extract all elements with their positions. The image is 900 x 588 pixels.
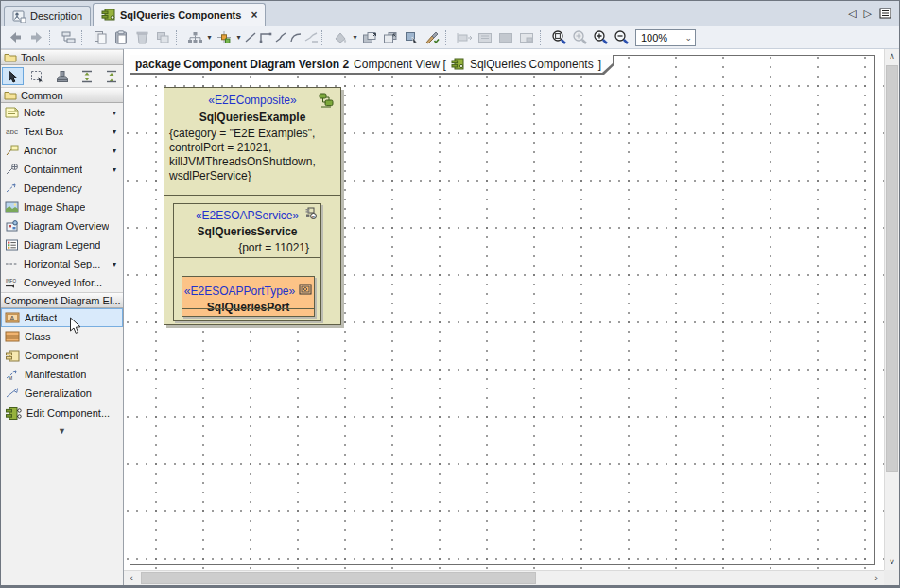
dropdown-arrow-icon[interactable]: ▾	[112, 128, 119, 136]
palette-expand-button[interactable]: ▼	[1, 424, 123, 436]
palette-item-containment[interactable]: Containment ▾	[1, 160, 123, 179]
item-label: Diagram Overview	[24, 220, 109, 232]
delete-with-descendants-button[interactable]	[152, 28, 173, 47]
containment-tree-button[interactable]	[58, 28, 78, 47]
delete-button[interactable]	[131, 28, 152, 47]
scroll-right-icon[interactable]: ›	[869, 571, 884, 585]
quick-layout-button[interactable]	[214, 28, 234, 47]
composite-name: SqlQueriesExample	[164, 111, 340, 125]
quick-layout-dropdown-icon[interactable]: ▾	[234, 33, 243, 42]
close-tab-icon[interactable]: ×	[251, 10, 257, 20]
copy-button[interactable]	[90, 28, 111, 47]
palette-section-tools[interactable]: Tools	[1, 49, 123, 65]
dropdown-arrow-icon[interactable]: ▾	[112, 109, 119, 117]
item-label: Conveyed Infor...	[24, 277, 102, 288]
svg-text:A: A	[10, 315, 15, 321]
item-label: Component	[25, 350, 78, 361]
select-related-button[interactable]	[401, 28, 422, 47]
dropdown-arrow-icon[interactable]: ▾	[112, 165, 119, 174]
port-type-shape[interactable]: «E2ESOAPPortType» SqlQueriesPort	[182, 276, 315, 317]
tab-list-button[interactable]	[879, 8, 891, 19]
component-diagram-icon	[451, 58, 465, 70]
zoom-in-button[interactable]	[590, 28, 611, 47]
tab-sqlqueries-components[interactable]: SqlQueries Components ×	[93, 3, 266, 26]
zoom-level-combobox[interactable]: 100% ⌄	[635, 29, 696, 46]
layout-dropdown-icon[interactable]: ▾	[205, 33, 214, 42]
style-dropdown-icon[interactable]: ▾	[351, 33, 359, 42]
dropdown-arrow-icon[interactable]: ▾	[112, 260, 119, 268]
scrollbar-corner	[884, 570, 899, 585]
to-back-button[interactable]	[380, 28, 401, 47]
layout-button[interactable]	[184, 28, 205, 47]
zoom-out-button[interactable]	[611, 28, 632, 47]
horizontal-scrollbar[interactable]: ‹ ›	[124, 570, 884, 585]
palette-item-text-box[interactable]: abc Text Box ▾	[1, 122, 123, 141]
same-height-button[interactable]	[516, 28, 537, 47]
class-icon	[5, 331, 20, 342]
palette-item-generalization[interactable]: Generalization	[1, 384, 123, 403]
palette-item-diagram-overview[interactable]: Diagram Overview	[1, 216, 123, 235]
stamp-tool-button[interactable]	[51, 67, 73, 85]
palette-item-component[interactable]: Component	[1, 346, 123, 365]
palette-section-component-diagram[interactable]: Component Diagram El...	[1, 292, 123, 308]
prev-tab-button[interactable]: ◁	[848, 9, 856, 19]
scroll-up-icon[interactable]: ∧	[885, 49, 899, 64]
next-tab-button[interactable]: ▷	[864, 9, 872, 19]
palette-item-edit-component[interactable]: Edit Component...	[1, 403, 123, 424]
frame-header-view: Component View [	[354, 58, 446, 71]
vertical-scrollbar-thumb[interactable]	[886, 65, 898, 472]
vertical-scrollbar[interactable]: ∧ ∨	[884, 49, 899, 570]
autosize-button[interactable]	[454, 28, 475, 47]
generalization-icon	[5, 388, 20, 399]
service-component-shape[interactable]: e «E2ESOAPService» SqlQueriesService {po…	[173, 203, 321, 321]
palette-item-conveyed-information[interactable]: INFO Conveyed Infor...	[1, 273, 123, 292]
toolbar-separator	[540, 30, 545, 45]
marquee-tool-button[interactable]	[26, 67, 48, 85]
main-content: Tools	[1, 49, 899, 585]
scroll-down-icon[interactable]: ∨	[885, 555, 899, 570]
scroll-left-icon[interactable]: ‹	[124, 571, 139, 585]
palette-item-dependency[interactable]: Dependency	[1, 179, 123, 198]
vertical-spacing-tool-button[interactable]	[76, 67, 97, 85]
item-label: Class	[25, 331, 51, 342]
zoom-region-icon	[551, 29, 567, 45]
palette-item-note[interactable]: Note ▾	[1, 103, 123, 122]
reset-size-button[interactable]	[475, 28, 495, 47]
diagram-canvas[interactable]: package Component Diagram Version 2 Comp…	[124, 49, 884, 570]
paste-button[interactable]	[111, 28, 131, 47]
shape-style-button[interactable]	[330, 28, 351, 47]
compress-spacing-tool-button[interactable]	[100, 67, 122, 85]
line-straight-button[interactable]	[243, 28, 258, 47]
same-size-button[interactable]	[495, 28, 516, 47]
palette-item-artifact[interactable]: A Artifact	[1, 308, 123, 327]
zoom-region-button[interactable]	[548, 28, 569, 47]
composite-component-shape[interactable]: «E2EComposite» SqlQueriesExample {catego…	[164, 87, 341, 325]
palette-section-common[interactable]: Common	[1, 87, 123, 103]
tab-description[interactable]: Description	[4, 6, 91, 26]
folder-icon	[4, 90, 17, 100]
straight-line-icon	[244, 31, 257, 43]
back-button[interactable]	[5, 28, 26, 47]
line-curved-button[interactable]	[288, 28, 303, 47]
line-breaks-button[interactable]	[303, 28, 319, 47]
line-rectilinear-button[interactable]	[258, 28, 273, 47]
dropdown-arrow-icon[interactable]: ▾	[112, 147, 119, 155]
forward-button[interactable]	[26, 28, 46, 47]
oblique-line-icon	[274, 31, 287, 43]
palette-item-horizontal-separator[interactable]: Horizontal Sep... ▾	[1, 254, 123, 273]
apply-style-button[interactable]	[422, 28, 442, 47]
zoom-fit-button[interactable]	[569, 28, 590, 47]
palette-item-anchor[interactable]: Anchor ▾	[1, 141, 123, 160]
palette-item-diagram-legend[interactable]: Diagram Legend	[1, 235, 123, 254]
select-tool-button[interactable]	[2, 67, 24, 85]
diagram-frame-header[interactable]: package Component Diagram Version 2 Comp…	[130, 55, 614, 75]
palette-item-class[interactable]: Class	[1, 327, 123, 346]
palette-item-image-shape[interactable]: Image Shape	[1, 198, 123, 216]
service-name: SqlQueriesService	[174, 225, 320, 239]
horizontal-scrollbar-thumb[interactable]	[141, 572, 536, 584]
to-front-button[interactable]	[359, 28, 380, 47]
toolbar-separator	[49, 30, 54, 45]
palette-item-manifestation[interactable]: M Manifestation	[1, 365, 123, 384]
line-oblique-button[interactable]	[273, 28, 288, 47]
svg-text:abc: abc	[6, 128, 18, 136]
